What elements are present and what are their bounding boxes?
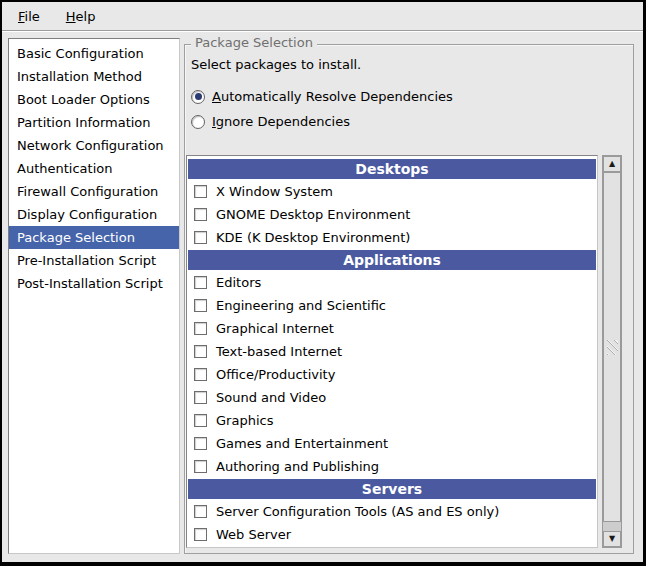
- package-label: Engineering and Scientific: [216, 298, 386, 313]
- sidebar-item-firewall-configuration[interactable]: Firewall Configuration: [9, 180, 179, 203]
- package-label: KDE (K Desktop Environment): [216, 230, 410, 245]
- checkbox-icon[interactable]: [194, 208, 207, 221]
- sidebar-item-post-installation-script[interactable]: Post-Installation Script: [9, 272, 179, 295]
- package-label: Graphics: [216, 413, 273, 428]
- package-row-sound-and-video[interactable]: Sound and Video: [187, 386, 597, 409]
- checkbox-icon[interactable]: [194, 437, 207, 450]
- checkbox-icon[interactable]: [194, 460, 207, 473]
- radio-button-icon[interactable]: [191, 115, 205, 129]
- radio-auto-mnemonic: A: [212, 89, 221, 104]
- scroll-up-button[interactable]: ▲: [603, 156, 621, 172]
- menu-file-label: ile: [25, 9, 40, 24]
- sidebar-item-installation-method[interactable]: Installation Method: [9, 65, 179, 88]
- package-row-web-server[interactable]: Web Server: [187, 523, 597, 546]
- sidebar-item-authentication[interactable]: Authentication: [9, 157, 179, 180]
- package-list: Desktops X Window System GNOME Desktop E…: [186, 155, 598, 548]
- sidebar-item-package-selection[interactable]: Package Selection: [9, 226, 179, 249]
- frame-title: Package Selection: [191, 35, 317, 50]
- sidebar-item-boot-loader-options[interactable]: Boot Loader Options: [9, 88, 179, 111]
- checkbox-icon[interactable]: [194, 368, 207, 381]
- section-header-desktops: Desktops: [188, 159, 596, 179]
- sidebar-item-pre-installation-script[interactable]: Pre-Installation Script: [9, 249, 179, 272]
- section-header-applications: Applications: [188, 250, 596, 270]
- package-label: X Window System: [216, 184, 333, 199]
- checkbox-icon[interactable]: [194, 185, 207, 198]
- package-row-authoring-publishing[interactable]: Authoring and Publishing: [187, 455, 597, 478]
- package-row-office-productivity[interactable]: Office/Productivity: [187, 363, 597, 386]
- package-row-server-config-tools[interactable]: Server Configuration Tools (AS and ES on…: [187, 500, 597, 523]
- kickstart-configurator-window: File Help Basic Configuration Installati…: [0, 0, 646, 566]
- package-row-editors[interactable]: Editors: [187, 271, 597, 294]
- package-row-text-based-internet[interactable]: Text-based Internet: [187, 340, 597, 363]
- package-row-graphics[interactable]: Graphics: [187, 409, 597, 432]
- checkbox-icon[interactable]: [194, 299, 207, 312]
- scroll-down-icon: ▼: [609, 535, 615, 543]
- checkbox-icon[interactable]: [194, 322, 207, 335]
- checkbox-icon[interactable]: [194, 505, 207, 518]
- menu-help-mnemonic: H: [66, 9, 76, 24]
- package-row-games-entertainment[interactable]: Games and Entertainment: [187, 432, 597, 455]
- sidebar-item-network-configuration[interactable]: Network Configuration: [9, 134, 179, 157]
- menubar: File Help: [2, 2, 643, 31]
- package-row-engineering-scientific[interactable]: Engineering and Scientific: [187, 294, 597, 317]
- package-label: Sound and Video: [216, 390, 326, 405]
- package-row-x-window-system[interactable]: X Window System: [187, 180, 597, 203]
- checkbox-icon[interactable]: [194, 345, 207, 358]
- checkbox-icon[interactable]: [194, 231, 207, 244]
- package-label: Authoring and Publishing: [216, 459, 379, 474]
- menu-help[interactable]: Help: [60, 6, 102, 27]
- scroll-down-button[interactable]: ▼: [603, 531, 621, 547]
- section-header-servers: Servers: [188, 479, 596, 499]
- package-label: Editors: [216, 275, 261, 290]
- sidebar-item-basic-configuration[interactable]: Basic Configuration: [9, 42, 179, 65]
- package-label: Graphical Internet: [216, 321, 334, 336]
- radio-selected-dot: [195, 93, 202, 100]
- radio-auto-rest: utomatically Resolve Dependencies: [221, 89, 453, 104]
- sidebar-item-display-configuration[interactable]: Display Configuration: [9, 203, 179, 226]
- menu-file[interactable]: File: [12, 6, 46, 27]
- scroll-up-icon: ▲: [609, 160, 615, 168]
- checkbox-icon[interactable]: [194, 528, 207, 541]
- package-label: Office/Productivity: [216, 367, 335, 382]
- package-list-scrollbar[interactable]: ▲ ▼: [602, 155, 622, 548]
- package-row-kde-desktop[interactable]: KDE (K Desktop Environment): [187, 226, 597, 249]
- package-label: GNOME Desktop Environment: [216, 207, 410, 222]
- scrollbar-thumb[interactable]: [603, 172, 621, 522]
- radio-button-icon[interactable]: [191, 90, 205, 104]
- frame-subtitle: Select packages to install.: [191, 57, 361, 72]
- radio-ignore-dependencies[interactable]: Ignore Dependencies: [191, 114, 350, 129]
- radio-ignore-label: Ignore Dependencies: [212, 114, 350, 129]
- radio-auto-resolve-dependencies[interactable]: Automatically Resolve Dependencies: [191, 89, 453, 104]
- checkbox-icon[interactable]: [194, 276, 207, 289]
- scrollbar-grip-icon: [607, 340, 618, 355]
- radio-ignore-rest: gnore Dependencies: [216, 114, 350, 129]
- checkbox-icon[interactable]: [194, 391, 207, 404]
- package-label: Server Configuration Tools (AS and ES on…: [216, 504, 499, 519]
- package-label: Web Server: [216, 527, 291, 542]
- package-row-graphical-internet[interactable]: Graphical Internet: [187, 317, 597, 340]
- radio-auto-resolve-label: Automatically Resolve Dependencies: [212, 89, 453, 104]
- category-list: Basic Configuration Installation Method …: [8, 38, 180, 554]
- package-label: Games and Entertainment: [216, 436, 388, 451]
- checkbox-icon[interactable]: [194, 414, 207, 427]
- menu-help-label: elp: [76, 9, 96, 24]
- sidebar-item-partition-information[interactable]: Partition Information: [9, 111, 179, 134]
- package-label: Text-based Internet: [216, 344, 342, 359]
- package-row-gnome-desktop[interactable]: GNOME Desktop Environment: [187, 203, 597, 226]
